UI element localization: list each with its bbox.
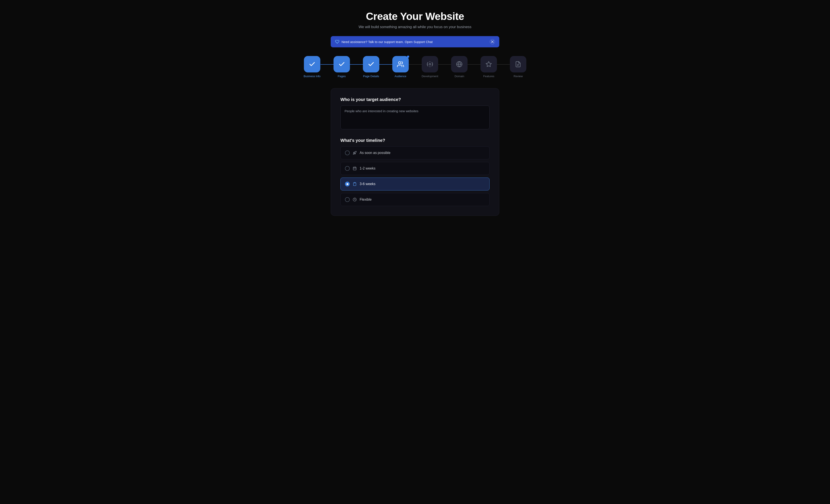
step-development[interactable]: Development: [422, 56, 438, 78]
step-label-review: Review: [514, 74, 523, 78]
step-features[interactable]: Features: [480, 56, 497, 78]
step-label-development: Development: [422, 74, 438, 78]
timeline-option-flexible[interactable]: Flexible: [341, 193, 489, 206]
connector-5: [438, 64, 451, 65]
svg-point-2: [398, 62, 401, 64]
step-pages[interactable]: Pages: [333, 56, 350, 78]
timeline-1-2-weeks-text: 1-2 weeks: [360, 166, 376, 170]
rocket-icon: [353, 151, 357, 155]
audience-textarea[interactable]: [341, 105, 489, 129]
main-card: Who is your target audience? What's your…: [331, 88, 499, 216]
timeline-options: As soon as possible 1-2 weeks: [341, 146, 489, 206]
svg-point-3: [429, 63, 431, 65]
timeline-option-1-2-weeks[interactable]: 1-2 weeks: [341, 162, 489, 175]
step-label-features: Features: [483, 74, 494, 78]
audience-section-label: Who is your target audience?: [341, 97, 489, 102]
radio-asap: [345, 151, 350, 155]
svg-rect-13: [354, 183, 355, 183]
step-business-info[interactable]: Business Info: [304, 56, 321, 78]
connector-6: [468, 64, 480, 65]
timeline-flexible-text: Flexible: [360, 198, 372, 201]
timeline-section: What's your timeline? As soon as possibl…: [341, 138, 489, 206]
support-banner-text: Need assistance? Talk to our support tea…: [342, 40, 433, 44]
support-close-button[interactable]: [490, 39, 495, 44]
support-banner-left: Need assistance? Talk to our support tea…: [335, 39, 433, 44]
timeline-asap-text: As soon as possible: [360, 151, 390, 155]
connector-2: [350, 64, 363, 65]
svg-rect-9: [353, 167, 356, 170]
connector-7: [497, 64, 510, 65]
support-banner: Need assistance? Talk to our support tea…: [331, 36, 499, 48]
page-header: Create Your Website We will build someth…: [359, 10, 471, 29]
timeline-3-6-weeks-text: 3-6 weeks: [360, 182, 376, 186]
step-audience[interactable]: Audience: [392, 56, 409, 78]
step-label-page-details: Page Details: [363, 74, 379, 78]
clipboard-icon: [353, 182, 357, 186]
radio-inner-dot: [347, 183, 348, 185]
page-title: Create Your Website: [359, 10, 471, 22]
connector-4: [409, 64, 422, 65]
calendar-icon: [353, 166, 357, 170]
step-label-audience: Audience: [395, 74, 406, 78]
step-label-pages: Pages: [338, 74, 346, 78]
timeline-option-3-6-weeks[interactable]: 3-6 weeks: [341, 178, 489, 190]
step-domain[interactable]: Domain: [451, 56, 468, 78]
radio-3-6-weeks: [345, 182, 350, 186]
radio-flexible: [345, 197, 350, 202]
step-review[interactable]: Review: [510, 56, 526, 78]
step-label-business-info: Business Info: [304, 74, 321, 78]
current-step-dot: [407, 56, 409, 58]
radio-1-2-weeks: [345, 166, 350, 171]
page-subtitle: We will build something amazing all whil…: [359, 25, 471, 29]
heart-icon: [335, 39, 339, 44]
connector-1: [321, 64, 333, 65]
clock-icon: [353, 198, 357, 201]
timeline-option-asap[interactable]: As soon as possible: [341, 146, 489, 159]
connector-3: [379, 64, 392, 65]
step-label-domain: Domain: [454, 74, 464, 78]
timeline-section-label: What's your timeline?: [341, 138, 489, 143]
steps-container: Business Info Pages Page Details: [304, 56, 526, 78]
svg-marker-6: [486, 62, 491, 67]
step-page-details[interactable]: Page Details: [363, 56, 379, 78]
audience-section: Who is your target audience?: [341, 97, 489, 138]
